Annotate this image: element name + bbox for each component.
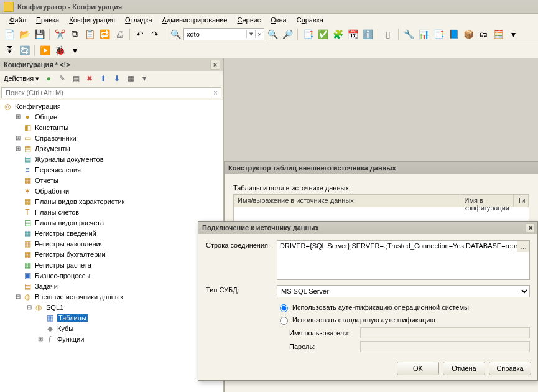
tree-item[interactable]: ⊞▭Справочники (0, 133, 223, 143)
tool-c-icon[interactable]: 📑 (432, 27, 445, 41)
info-icon[interactable]: ℹ️ (361, 27, 374, 41)
run-debug-icon[interactable]: 🐞 (53, 44, 67, 57)
tree-item[interactable]: ▦Регистры бухгалтерии (0, 249, 223, 259)
tree-item[interactable]: ▦Регистры накопления (0, 238, 223, 249)
tool-d-icon[interactable]: 📘 (447, 27, 460, 41)
save-icon[interactable]: 💾 (32, 27, 46, 41)
menu-help[interactable]: Справка (292, 15, 328, 25)
calendar-icon[interactable]: 📆 (346, 27, 359, 41)
tree-item[interactable]: ⊟◍Внешние источники данных (0, 291, 223, 302)
conn-string-browse-icon[interactable]: … (517, 241, 529, 252)
replace-icon[interactable]: 🔁 (98, 27, 111, 41)
tool-a-icon[interactable]: 🔧 (402, 27, 415, 41)
twist-icon[interactable]: ⊞ (36, 335, 45, 342)
redo-icon[interactable]: ↷ (148, 27, 162, 41)
filter-icon[interactable]: ▾ (139, 73, 150, 84)
find-icon[interactable]: 🔍 (169, 27, 182, 41)
tree-item[interactable]: ▤Задачи (0, 281, 223, 291)
tree-item[interactable]: ▦Регистры расчета (0, 259, 223, 270)
menu-file[interactable]: Файл (5, 15, 30, 25)
tree-item[interactable]: ▤Планы видов расчета (0, 217, 223, 228)
module-icon[interactable]: 🧩 (331, 27, 345, 41)
dialog-close-icon[interactable]: ✕ (526, 223, 535, 233)
tree-item[interactable]: ≡Перечисления (0, 164, 223, 175)
config-tree[interactable]: ◎ Конфигурация ⊞●Общие◧Константы⊞▭Справо… (0, 100, 223, 392)
menu-edit[interactable]: Правка (32, 15, 63, 25)
down-icon[interactable]: ⬇ (111, 73, 123, 84)
compare-icon[interactable]: 📑 (301, 27, 315, 41)
tool-e-icon[interactable]: 📦 (461, 27, 475, 41)
menu-admin[interactable]: Администрирование (158, 15, 232, 25)
tree-item[interactable]: ▦Планы видов характеристик (0, 196, 223, 207)
find-input[interactable] (184, 30, 246, 38)
twist-icon[interactable]: ⊟ (25, 304, 34, 310)
tree-root[interactable]: ◎ Конфигурация (0, 101, 223, 111)
dbms-type-select[interactable]: MS SQL Server (277, 285, 530, 297)
tool-g-icon[interactable]: 🧮 (491, 27, 505, 41)
tree-search-clear-icon[interactable]: × (210, 87, 221, 98)
tree-item[interactable]: ТПланы счетов (0, 207, 223, 217)
twist-icon[interactable]: ⊞ (14, 113, 22, 120)
help-button[interactable]: Справка (489, 362, 531, 375)
tool-f-icon[interactable]: 🗂 (476, 27, 490, 41)
auth-std-radio[interactable] (280, 317, 288, 325)
find-prev-icon[interactable]: 🔎 (281, 27, 294, 41)
find-next-icon[interactable]: 🔍 (266, 27, 279, 41)
auth-os-radio[interactable] (280, 304, 288, 312)
tree-item[interactable]: ▤Журналы документов (0, 154, 223, 164)
db-icon[interactable]: 🗄 (2, 44, 16, 57)
add-icon[interactable]: ● (43, 73, 54, 84)
delete-icon[interactable]: ✖ (84, 73, 95, 84)
username-field[interactable] (360, 327, 530, 338)
tree-item[interactable]: ⊞●Общие (0, 111, 223, 122)
tree-item[interactable]: ▦Регистры сведений (0, 228, 223, 238)
edit-icon[interactable]: ✎ (57, 73, 68, 84)
menu-windows[interactable]: Окна (266, 15, 291, 25)
run-icon[interactable]: ▶️ (38, 44, 52, 57)
undo-icon[interactable]: ↶ (133, 27, 147, 41)
menu-configuration[interactable]: Конфигурация (65, 15, 119, 25)
open-icon[interactable]: 📂 (17, 27, 31, 41)
tree-item-sql1[interactable]: ⊟◍SQL1 (0, 302, 223, 312)
up-icon[interactable]: ⬆ (98, 73, 109, 84)
tree-item[interactable]: ✶Обработки (0, 185, 223, 196)
twist-icon[interactable]: ⊞ (14, 134, 22, 141)
tree-leaf[interactable]: ▦Таблицы (0, 312, 223, 323)
password-field[interactable] (360, 341, 530, 352)
print-icon[interactable]: 🖨 (113, 27, 126, 41)
panel-close-icon[interactable]: × (210, 60, 220, 70)
tool-b-icon[interactable]: 📊 (417, 27, 430, 41)
copy-icon[interactable]: ⧉ (68, 27, 81, 41)
tree-item[interactable]: ▣Бизнес-процессы (0, 270, 223, 281)
twist-icon[interactable]: ⊟ (14, 293, 22, 300)
conn-string-field[interactable]: DRIVER={SQL Server};SERVER=.;Trusted_Con… (277, 240, 530, 280)
tree-item[interactable]: ◧Константы (0, 122, 223, 133)
menu-service[interactable]: Сервис (233, 15, 265, 25)
tree-leaf[interactable]: ⊞ƒФункции (0, 334, 223, 344)
window-icon[interactable]: ▯ (381, 27, 395, 41)
paste-icon[interactable]: 📋 (83, 27, 96, 41)
tree-leaf[interactable]: ◆Кубы (0, 323, 223, 334)
cut-icon[interactable]: ✂️ (53, 27, 67, 41)
find-clear-icon[interactable]: × (255, 30, 264, 38)
tool-h-icon[interactable]: ▾ (506, 27, 520, 41)
run-ext-icon[interactable]: ▾ (68, 44, 81, 57)
find-combo[interactable]: ▾ × (183, 28, 264, 40)
ok-button[interactable]: OK (397, 362, 439, 375)
tree-item[interactable]: ⊞▤Документы (0, 143, 223, 154)
list-icon[interactable]: ▤ (70, 73, 81, 84)
twist-icon[interactable]: ⊞ (14, 145, 22, 152)
db-update-icon[interactable]: 🔄 (17, 44, 31, 57)
menu-debug[interactable]: Отладка (121, 15, 157, 25)
tree-search-input[interactable] (1, 87, 210, 98)
grid-col-config[interactable]: Имя в конфигурации (460, 195, 514, 207)
cancel-button[interactable]: Отмена (443, 362, 485, 375)
new-file-icon[interactable]: 📄 (2, 27, 16, 41)
find-dropdown-icon[interactable]: ▾ (246, 30, 255, 38)
actions-dropdown[interactable]: Действия ▾ (4, 75, 39, 83)
grid-col-source[interactable]: Имя/выражение в источнике данных (234, 195, 460, 207)
sort-icon[interactable]: ▦ (125, 73, 136, 84)
check-icon[interactable]: ✅ (316, 27, 330, 41)
tree-item[interactable]: ▦Отчеты (0, 175, 223, 185)
grid-col-type[interactable]: Ти (514, 195, 529, 207)
